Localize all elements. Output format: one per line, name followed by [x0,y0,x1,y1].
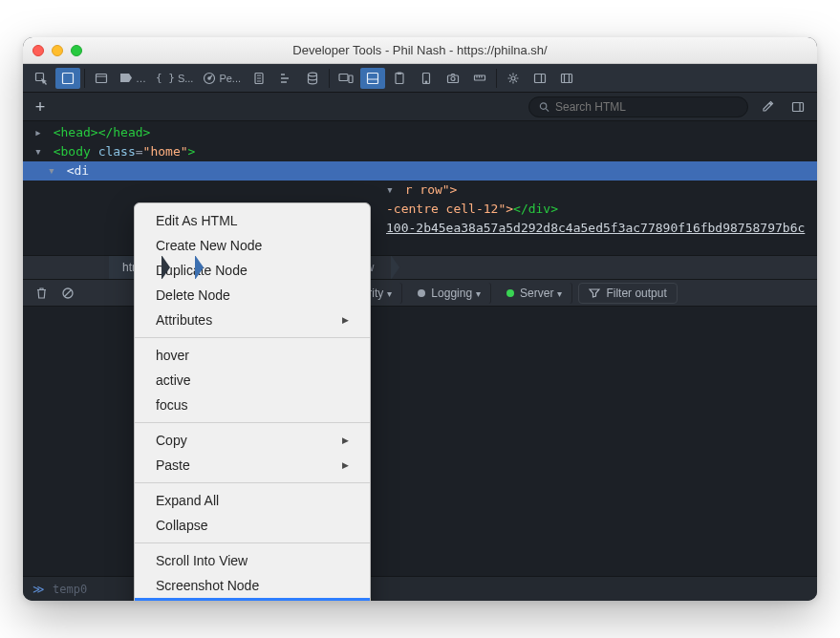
svg-rect-19 [396,73,403,83]
filter-logging[interactable]: Logging [408,283,491,304]
ctx-delete-node[interactable]: Delete Node [135,283,370,308]
dom-node-header[interactable]: r row"> [23,181,817,200]
svg-rect-15 [339,74,348,80]
clear-console-button[interactable] [31,287,52,300]
svg-rect-2 [97,74,107,82]
inspector-button[interactable] [55,68,80,89]
svg-rect-30 [535,74,546,82]
main-toolbar: … { } S... Pe... [23,64,817,93]
dom-node-selected[interactable]: <di [23,161,817,181]
search-html-input[interactable] [555,100,738,114]
ctx-edit-as-html[interactable]: Edit As HTML [135,208,370,233]
search-icon [539,101,549,113]
ctx-expand-all[interactable]: Expand All [135,488,370,513]
svg-point-14 [309,73,317,76]
svg-line-40 [65,289,72,296]
svg-rect-1 [63,73,74,83]
ctx-hover[interactable]: hover [135,343,370,368]
settings-button[interactable] [501,68,526,89]
svg-rect-20 [398,73,401,74]
performance-button[interactable]: Pe... [199,68,245,89]
dock-separate-button[interactable] [554,68,579,89]
dom-hash-link[interactable]: 100-2b45ea38a57a5d292d8c4a5ed5f3ac77890f… [386,221,805,235]
titlebar: Developer Tools - Phil Nash - https://ph… [23,37,817,64]
responsive-design-button[interactable] [334,68,358,89]
screenshot-button[interactable] [441,68,465,89]
svg-rect-37 [793,102,804,111]
svg-rect-32 [562,74,572,82]
add-node-button[interactable]: + [31,98,50,116]
filter-server[interactable]: Server [497,283,572,304]
ctx-copy[interactable]: Copy [135,428,370,453]
split-console-button[interactable] [360,68,385,89]
dom-panel-button[interactable] [414,68,439,89]
svg-point-22 [425,81,427,83]
network-button[interactable] [273,68,298,89]
ctx-focus[interactable]: focus [135,393,370,417]
markup-toolbar: + [23,93,817,121]
ctx-screenshot-node[interactable]: Screenshot Node [135,573,370,598]
ctx-scroll-into-view[interactable]: Scroll Into View [135,548,370,573]
console-panel-button[interactable] [89,68,114,89]
prompt-chevron-icon: ≫ [32,583,45,596]
devtools-window: Developer Tools - Phil Nash - https://ph… [23,37,817,601]
svg-line-36 [546,108,549,111]
window-controls [32,45,82,56]
search-html-field[interactable] [528,96,748,117]
zoom-window-button[interactable] [71,45,82,56]
pick-element-button[interactable] [29,68,54,89]
disable-popup-button[interactable] [57,287,78,300]
dom-node-head[interactable]: <head></head> [23,123,817,142]
ctx-duplicate-node[interactable]: Duplicate Node [135,258,370,283]
minimize-window-button[interactable] [52,45,63,56]
ctx-use-in-console[interactable]: Use in Console [135,598,370,601]
ctx-paste[interactable]: Paste [135,453,370,478]
dock-side-button[interactable] [528,68,552,89]
dom-node-body[interactable]: <body class="home"> [23,142,817,161]
svg-rect-17 [368,73,378,83]
sidebar-toggle-button[interactable] [786,96,809,117]
debugger-panel-button[interactable]: … [116,68,150,89]
svg-point-24 [451,76,455,80]
ctx-attributes[interactable]: Attributes [135,308,370,332]
accessibility-button[interactable] [387,68,412,89]
memory-button[interactable] [247,68,271,89]
svg-point-29 [511,76,515,80]
close-window-button[interactable] [32,45,44,56]
storage-button[interactable] [300,68,325,89]
filter-output[interactable]: Filter output [578,283,677,304]
ctx-create-new-node[interactable]: Create New Node [135,233,370,258]
svg-rect-16 [349,75,353,83]
svg-point-35 [540,102,546,108]
ctx-collapse[interactable]: Collapse [135,513,370,538]
style-editor-button[interactable]: { } S... [152,68,197,89]
ctx-active[interactable]: active [135,368,370,393]
window-title: Developer Tools - Phil Nash - https://ph… [23,43,817,57]
prompt-history-hint: temp0 [53,583,87,596]
funnel-icon [589,288,600,298]
eyedropper-button[interactable] [756,96,779,117]
rulers-button[interactable] [467,68,492,89]
